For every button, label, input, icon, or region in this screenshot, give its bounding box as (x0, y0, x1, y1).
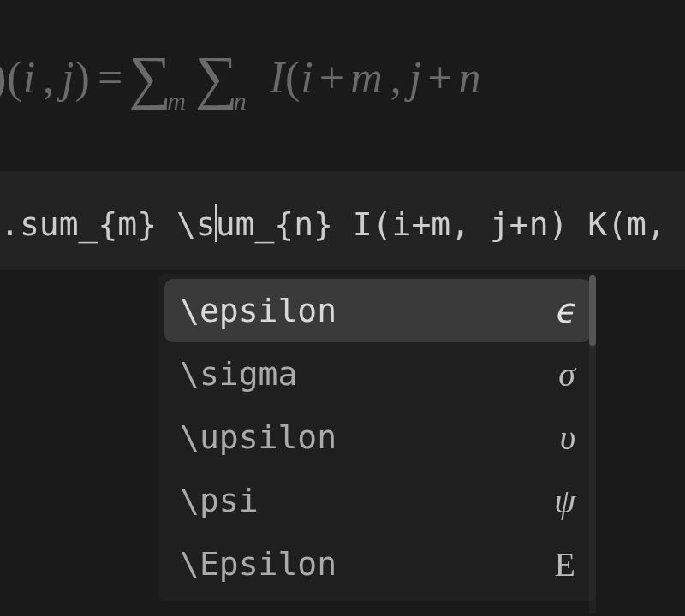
autocomplete-command: \psi (180, 482, 259, 519)
autocomplete-command: \Epsilon (180, 545, 337, 583)
rendered-formula: )(i,j)=∑m∑n I(i+m,j+n (0, 38, 481, 107)
latex-input-text[interactable]: .sum_{m} \sum_{n} I(i+m, j+n) K(m, n) (0, 198, 685, 243)
autocomplete-symbol: υ (560, 418, 575, 458)
autocomplete-symbol: ϵ (554, 291, 575, 331)
scrollbar-thumb[interactable] (589, 275, 596, 346)
autocomplete-symbol: ψ (554, 481, 575, 521)
autocomplete-item[interactable]: \psiψ (164, 469, 591, 532)
input-after-cursor: um_{n} I(i+m, j+n) K(m, n) (216, 205, 685, 243)
math-preview-area: )(i,j)=∑m∑n I(i+m,j+n (0, 0, 685, 171)
latex-input-bar[interactable]: .sum_{m} \sum_{n} I(i+m, j+n) K(m, n) (0, 171, 685, 270)
autocomplete-item[interactable]: \EpsilonE (164, 532, 591, 595)
autocomplete-item[interactable]: \sigmaσ (164, 342, 591, 406)
autocomplete-scrollbar[interactable] (589, 275, 596, 613)
autocomplete-command: \upsilon (180, 418, 337, 456)
autocomplete-symbol: σ (558, 354, 575, 394)
autocomplete-item[interactable]: \upsilonυ (164, 406, 591, 469)
autocomplete-symbol: E (555, 544, 575, 584)
input-before-cursor: .sum_{m} \s (0, 205, 216, 243)
autocomplete-command: \epsilon (180, 292, 337, 329)
text-cursor (215, 204, 217, 242)
autocomplete-item[interactable]: \epsilonϵ (164, 279, 591, 342)
autocomplete-popup[interactable]: \epsilonϵ\sigmaσ\upsilonυ\psiψ\EpsilonE (159, 274, 596, 601)
autocomplete-command: \sigma (180, 355, 297, 393)
